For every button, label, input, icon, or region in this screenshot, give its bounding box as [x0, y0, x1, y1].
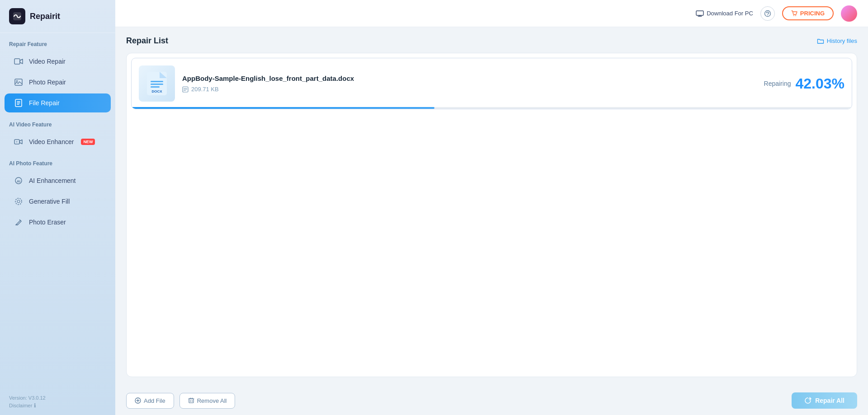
trash-icon [188, 397, 194, 404]
sidebar-item-video-enhancer[interactable]: Video Enhancer NEW [5, 132, 111, 151]
svg-point-18 [767, 14, 768, 15]
section-ai-photo-label: AI Photo Feature [0, 152, 115, 170]
cart-icon [791, 10, 797, 17]
new-badge: NEW [81, 139, 95, 145]
svg-point-12 [17, 200, 20, 203]
svg-rect-23 [151, 84, 163, 85]
add-file-label: Add File [144, 397, 165, 404]
ai-enhancement-label: AI Enhancement [29, 177, 76, 184]
logo-icon [9, 8, 25, 24]
disclaimer-link[interactable]: Disclaimer ℹ [9, 402, 106, 409]
file-size-row: 209.71 KB [182, 86, 764, 93]
help-button[interactable] [760, 6, 775, 21]
svg-point-17 [764, 10, 770, 16]
sidebar-item-generative-fill[interactable]: Generative Fill [5, 192, 111, 211]
generative-fill-label: Generative Fill [29, 198, 70, 205]
add-file-button[interactable]: Add File [126, 393, 174, 409]
file-size: 209.71 KB [191, 86, 219, 93]
section-ai-video-label: AI Video Feature [0, 113, 115, 131]
docx-file-icon: DOCX [147, 72, 167, 95]
svg-point-11 [15, 198, 22, 205]
header: Download For PC PRICING [115, 0, 868, 27]
user-avatar[interactable] [841, 5, 857, 22]
remove-all-button[interactable]: Remove All [179, 393, 236, 409]
file-card: DOCX AppBody-Sample-English_lose_front_p… [131, 58, 852, 109]
version-label: Version: V3.0.12 [9, 395, 106, 401]
svg-rect-2 [15, 79, 22, 85]
main-panel: Download For PC PRICING Repair List [115, 0, 868, 415]
svg-text:AI: AI [17, 179, 20, 183]
file-status: Repairing 42.03% [764, 75, 844, 92]
progress-bar-container [132, 107, 852, 109]
photo-repair-icon [14, 77, 24, 87]
file-thumbnail: DOCX [139, 65, 175, 102]
info-icon: ℹ [34, 402, 36, 409]
svg-rect-1 [14, 59, 20, 64]
photo-eraser-label: Photo Eraser [29, 219, 66, 226]
history-files-link[interactable]: History files [817, 37, 857, 45]
video-repair-icon [14, 56, 24, 66]
sidebar-item-ai-enhancement[interactable]: AI AI Enhancement [5, 171, 111, 190]
headset-icon [764, 10, 771, 17]
progress-bar [132, 107, 434, 109]
download-for-pc[interactable]: Download For PC [696, 10, 753, 17]
sidebar-item-video-repair[interactable]: Video Repair [5, 52, 111, 71]
section-repair-label: Repair Feature [0, 33, 115, 51]
pricing-label: PRICING [800, 10, 825, 17]
svg-point-19 [793, 15, 794, 16]
folder-icon [817, 37, 824, 45]
download-label: Download For PC [707, 10, 753, 17]
generative-fill-icon [14, 196, 24, 206]
svg-rect-24 [151, 86, 160, 88]
file-name: AppBody-Sample-English_lose_front_part_d… [182, 75, 764, 82]
disclaimer-text: Disclaimer [9, 403, 32, 408]
sidebar-item-file-repair[interactable]: File Repair [5, 93, 111, 112]
remove-all-label: Remove All [197, 397, 227, 404]
ai-enhancement-icon: AI [14, 176, 24, 186]
file-repair-label: File Repair [29, 99, 60, 107]
monitor-icon [696, 10, 704, 17]
photo-repair-label: Photo Repair [29, 79, 66, 86]
repair-list-title: Repair List [126, 36, 168, 46]
video-enhancer-label: Video Enhancer [29, 138, 74, 145]
file-size-icon [182, 86, 189, 93]
bottom-bar: Add File Remove All Repair All [115, 386, 868, 415]
video-repair-label: Video Repair [29, 58, 66, 65]
svg-rect-14 [696, 11, 703, 15]
svg-point-3 [16, 80, 18, 82]
content-area: Repair List History files [115, 27, 868, 386]
sidebar-item-photo-repair[interactable]: Photo Repair [5, 73, 111, 92]
svg-rect-22 [151, 81, 163, 82]
history-files-label: History files [827, 37, 857, 44]
sidebar-item-photo-eraser[interactable]: Photo Eraser [5, 213, 111, 232]
repair-all-button[interactable]: Repair All [792, 392, 857, 409]
repairing-percent: 42.03% [795, 75, 844, 92]
svg-text:DOCX: DOCX [151, 89, 162, 93]
file-info: AppBody-Sample-English_lose_front_part_d… [182, 75, 764, 93]
app-name: Repairit [30, 12, 60, 21]
file-repair-icon [14, 98, 24, 108]
pricing-button[interactable]: PRICING [782, 6, 834, 20]
sidebar-footer: Version: V3.0.12 Disclaimer ℹ [0, 389, 115, 415]
repair-all-label: Repair All [815, 397, 844, 404]
sidebar: Repairit Repair Feature Video Repair Pho… [0, 0, 115, 415]
content-header: Repair List History files [126, 36, 857, 46]
video-enhancer-icon [14, 137, 24, 147]
svg-rect-33 [189, 399, 193, 403]
svg-point-20 [795, 15, 796, 16]
repairing-label: Repairing [764, 80, 791, 87]
app-logo: Repairit [0, 0, 115, 33]
photo-eraser-icon [14, 217, 24, 227]
add-icon [135, 397, 141, 404]
repair-icon [804, 397, 811, 404]
file-list-area: DOCX AppBody-Sample-English_lose_front_p… [126, 53, 857, 377]
